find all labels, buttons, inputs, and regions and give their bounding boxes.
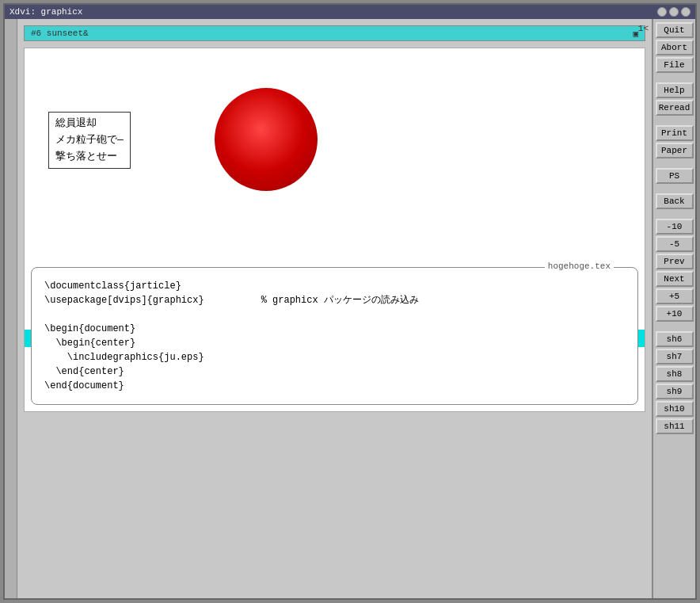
plus5-button[interactable]: +5 — [656, 288, 694, 304]
help-button[interactable]: Help — [656, 82, 694, 98]
code-line-2: \usepackage[dvips]{graphicx} % graphicx … — [44, 293, 625, 307]
code-line-1: \documentclass{jarticle} — [44, 279, 625, 293]
sh7-button[interactable]: sh7 — [656, 349, 694, 364]
sh10-button[interactable]: sh10 — [656, 401, 694, 417]
left-scrollbar[interactable] — [5, 19, 17, 598]
code-line-6: \includegraphics{ju.eps} — [44, 350, 625, 364]
window-frame: Xdvi: graphicx #6 sunseet& ▣ 1< — [3, 3, 697, 600]
code-line-3 — [44, 307, 625, 322]
sh9-button[interactable]: sh9 — [656, 384, 694, 399]
minus10-button[interactable]: -10 — [656, 219, 694, 235]
sh8-button[interactable]: sh8 — [656, 366, 694, 382]
abort-button[interactable]: Abort — [656, 40, 694, 55]
title-bar: Xdvi: graphicx — [5, 5, 695, 19]
ps-button[interactable]: PS — [656, 168, 694, 184]
quit-button[interactable]: Quit — [656, 22, 694, 38]
minimize-btn[interactable] — [669, 7, 679, 17]
red-circle — [215, 88, 318, 191]
file-button[interactable]: File — [656, 57, 694, 73]
paper-button[interactable]: Paper — [656, 143, 694, 158]
plus10-button[interactable]: +10 — [656, 306, 694, 322]
close-btn[interactable] — [657, 7, 667, 17]
maximize-btn[interactable] — [681, 7, 690, 17]
page-wrapper: #6 sunseet& ▣ 1< 総員退却 メカ粒子砲で— 撃ち落とせー — [17, 19, 695, 598]
reread-button[interactable]: Reread — [656, 100, 694, 116]
dvi-header-label: #6 sunseet& — [31, 29, 89, 38]
code-box-filename: hogehoge.tex — [545, 261, 614, 271]
title-bar-controls — [657, 7, 690, 17]
sh11-button[interactable]: sh11 — [656, 418, 694, 434]
dvi-header: #6 sunseet& ▣ — [24, 25, 645, 41]
window-title: Xdvi: graphicx — [10, 7, 82, 17]
scroll-indicator: 1< — [635, 22, 652, 35]
next-button[interactable]: Next — [656, 271, 694, 287]
code-box: hogehoge.tex \documentclass{jarticle} \u… — [31, 267, 638, 405]
page-content: 総員退却 メカ粒子砲で— 撃ち落とせー hogehoge.tex \docume… — [24, 48, 645, 412]
content-area: #6 sunseet& ▣ 1< 総員退却 メカ粒子砲で— 撃ち落とせー — [17, 19, 652, 598]
japanese-text-box: 総員退却 メカ粒子砲で— 撃ち落とせー — [48, 112, 131, 169]
prev-button[interactable]: Prev — [656, 254, 694, 269]
text-line-1: 総員退却 — [55, 116, 124, 132]
code-line-7: \end{center} — [44, 364, 625, 379]
main-area: #6 sunseet& ▣ 1< 総員退却 メカ粒子砲で— 撃ち落とせー — [5, 19, 695, 598]
code-line-4: \begin{document} — [44, 322, 625, 336]
code-line-8: \end{document} — [44, 379, 625, 393]
sidebar: Quit Abort File Help Reread Print Paper … — [652, 19, 695, 598]
back-button[interactable]: Back — [656, 193, 694, 209]
print-button[interactable]: Print — [656, 125, 694, 141]
minus5-button[interactable]: -5 — [656, 236, 694, 252]
text-line-2: メカ粒子砲で— — [55, 132, 124, 149]
sh6-button[interactable]: sh6 — [656, 331, 694, 347]
text-line-3: 撃ち落とせー — [55, 149, 124, 166]
code-line-5: \begin{center} — [44, 336, 625, 350]
